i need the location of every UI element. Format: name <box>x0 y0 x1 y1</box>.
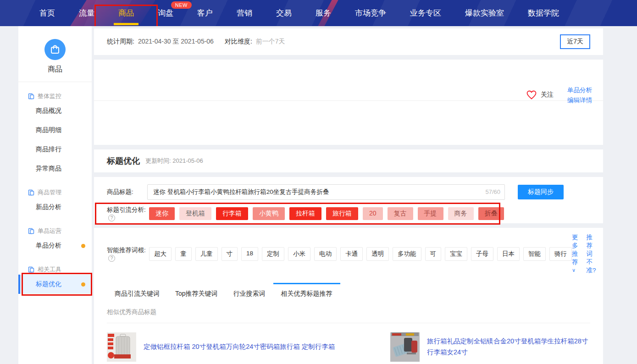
tab-related-excellent-titles[interactable]: 相关优秀标题推荐 <box>273 283 340 303</box>
heart-icon <box>526 90 537 100</box>
sidebar: 商品 整体监控 商品概况 商品明细 商品排行 异常商品 商品管理 新品分析 <box>18 26 92 364</box>
word-root-chip[interactable]: 可 <box>425 247 442 261</box>
keyword-tag[interactable]: 登机箱 <box>179 207 211 220</box>
nav-item-hot-lab[interactable]: 爆款实验室 <box>453 0 516 26</box>
sidebar-group-single-product: 单品运营 <box>18 226 92 236</box>
active-item-indicator <box>18 275 20 294</box>
analysis-label: 标题引流分析:? <box>107 206 147 221</box>
update-time-label: 更新时间: <box>145 157 171 164</box>
keyword-tag[interactable]: 行李箱 <box>216 207 248 220</box>
keyword-tag[interactable]: 折叠 <box>478 207 504 220</box>
nav-item-market-competition[interactable]: 市场竞争 <box>343 0 398 26</box>
title-edit-card: 商品标题: 57/60 标题同步 标题引流分析:? 迷你 登机箱 行李箱 小黄鸭… <box>94 177 603 223</box>
nav-item-label: 询盘 <box>158 8 173 18</box>
statistics-period-bar: 统计周期: 2021-04-30 至 2021-05-06 对比维度: 前一个7… <box>94 28 603 55</box>
keyword-tag[interactable]: 迷你 <box>149 207 175 220</box>
title-input-wrap: 57/60 <box>147 184 505 200</box>
period-label: 统计周期: <box>107 38 134 46</box>
inaccurate-words-link[interactable]: 推荐词不准? <box>587 233 596 275</box>
sidebar-item-product-detail[interactable]: 商品明细 <box>18 121 92 140</box>
group-header-label: 整体监控 <box>38 92 61 100</box>
product-thumbnail[interactable] <box>390 332 420 362</box>
word-root-chip[interactable]: 小米 <box>288 247 310 261</box>
group-header-label: 商品管理 <box>38 188 61 197</box>
compare-value: 前一个7天 <box>256 38 285 46</box>
keyword-tag[interactable]: 复古 <box>388 207 413 220</box>
sidebar-item-label: 单品分析 <box>36 242 61 250</box>
product-title-input[interactable] <box>147 184 505 200</box>
word-root-chip[interactable]: 卡通 <box>340 247 363 261</box>
keyword-tag[interactable]: 小黄鸭 <box>253 207 285 220</box>
word-root-chip[interactable]: 18 <box>241 247 258 261</box>
orange-dot-badge <box>81 282 85 287</box>
word-root-chip[interactable]: 宝宝 <box>445 247 467 261</box>
nav-item-traffic[interactable]: 流量 <box>67 0 106 26</box>
product-list: 定做铝框拉杆箱 20寸登机箱万向轮24寸密码箱旅行箱 定制行李箱 <box>107 331 590 364</box>
product-overview-card: 关注 单品分析 编辑详情 <box>94 60 603 145</box>
keyword-tag[interactable]: 商务 <box>448 207 474 220</box>
nav-item-marketing[interactable]: 营销 <box>225 0 264 26</box>
follow-button[interactable]: 关注 <box>526 90 554 100</box>
product-thumbnail[interactable] <box>107 332 136 362</box>
sidebar-item-single-product-analysis[interactable]: 单品分析 <box>18 236 92 255</box>
edit-detail-link[interactable]: 编辑详情 <box>567 96 592 105</box>
update-time: 更新时间: 2021-05-06 <box>145 157 203 165</box>
sidebar-item-title-optimization[interactable]: 标题优化 <box>18 275 92 294</box>
title-sync-button[interactable]: 标题同步 <box>518 185 564 199</box>
shopping-bag-icon <box>50 44 61 55</box>
word-root-chip[interactable]: 子母 <box>471 247 493 261</box>
nav-item-products[interactable]: 商品 <box>106 0 146 26</box>
range-7days-button[interactable]: 近7天 <box>560 34 590 49</box>
keyword-tag[interactable]: 旅行箱 <box>326 207 358 220</box>
word-roots-row: 智能推荐词根:? 超大 童 儿童 寸 18 定制 小米 电动 卡通 透明 多功能… <box>107 233 590 275</box>
sidebar-item-product-ranking[interactable]: 商品排行 <box>18 140 92 159</box>
nav-item-inquiry[interactable]: 询盘 NEW <box>146 0 185 26</box>
more-recommend-link[interactable]: 更多推荐 ∨ <box>572 233 578 275</box>
sidebar-item-label: 标题优化 <box>36 280 61 288</box>
keyword-tag[interactable]: 20 <box>363 207 383 220</box>
group-header-label: 单品运营 <box>38 227 61 235</box>
word-root-chip[interactable]: 童 <box>175 247 192 261</box>
tab-product-traffic-keywords[interactable]: 商品引流关键词 <box>107 283 167 303</box>
nav-item-customers[interactable]: 客户 <box>185 0 225 26</box>
period-value: 2021-04-30 至 2021-05-06 <box>138 38 214 46</box>
sidebar-item-product-overview[interactable]: 商品概况 <box>18 101 92 121</box>
roots-links: 更多推荐 ∨ 推荐词不准? <box>572 233 596 275</box>
nav-item-data-academy[interactable]: 数据学院 <box>516 0 571 26</box>
sidebar-title: 商品 <box>18 65 92 82</box>
nav-item-service[interactable]: 服务 <box>304 0 343 26</box>
group-header-label: 相关工具 <box>38 265 61 274</box>
nav-item-home[interactable]: 首页 <box>28 0 67 26</box>
nav-item-trade[interactable]: 交易 <box>264 0 304 26</box>
keyword-tag[interactable]: 拉杆箱 <box>289 207 321 220</box>
keyword-tag[interactable]: 手提 <box>418 207 443 220</box>
word-root-chip[interactable]: 透明 <box>366 247 389 261</box>
word-root-chip[interactable]: 骑行 <box>549 247 572 261</box>
product-title-link[interactable]: 定做铝框拉杆箱 20寸登机箱万向轮24寸密码箱旅行箱 定制行李箱 <box>144 342 335 353</box>
help-icon[interactable]: ? <box>108 255 115 262</box>
word-root-chip[interactable]: 日本 <box>497 247 520 261</box>
nav-item-business-zone[interactable]: 业务专区 <box>398 0 453 26</box>
word-root-chip[interactable]: 超大 <box>149 247 172 261</box>
similar-titles-header: 相似优秀商品标题 <box>107 308 590 323</box>
single-product-analysis-link[interactable]: 单品分析 <box>567 86 592 94</box>
word-root-chip[interactable]: 电动 <box>314 247 337 261</box>
word-root-chip[interactable]: 儿童 <box>195 247 218 261</box>
active-tab-underline <box>114 23 138 25</box>
tab-industry-search-words[interactable]: 行业搜索词 <box>226 283 273 303</box>
product-title-link[interactable]: 旅行箱礼品定制全铝镁合金20寸登机箱学生拉杆箱28寸行李箱女24寸 <box>427 336 590 358</box>
roots-label-text: 智能推荐词根: <box>107 247 146 254</box>
main-content: 统计周期: 2021-04-30 至 2021-05-06 对比维度: 前一个7… <box>94 26 603 364</box>
help-icon[interactable]: ? <box>108 215 115 221</box>
sidebar-item-abnormal-products[interactable]: 异常商品 <box>18 159 92 178</box>
recommendation-card: 智能推荐词根:? 超大 童 儿童 寸 18 定制 小米 电动 卡通 透明 多功能… <box>94 228 603 364</box>
title-optimization-header: 标题优化 更新时间: 2021-05-06 <box>94 149 603 172</box>
product-title-label: 商品标题: <box>107 188 147 196</box>
sidebar-item-new-product-analysis[interactable]: 新品分析 <box>18 198 92 217</box>
word-root-chip[interactable]: 多功能 <box>393 247 421 261</box>
word-root-chip[interactable]: 智能 <box>523 247 546 261</box>
word-root-chip[interactable]: 寸 <box>222 247 238 261</box>
word-root-chip[interactable]: 定制 <box>262 247 284 261</box>
char-counter: 57/60 <box>485 188 500 195</box>
tab-top-recommend-keywords[interactable]: Top推荐关键词 <box>167 283 226 303</box>
